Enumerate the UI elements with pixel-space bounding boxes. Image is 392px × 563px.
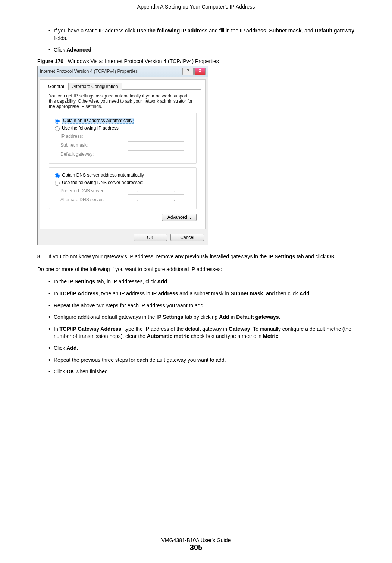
bottom-bullet-list: In the IP Settings tab, in IP addresses,… [37, 278, 366, 375]
radio-input-ip-manual[interactable] [55, 126, 60, 131]
tab-alternate[interactable]: Alternate Configuration [68, 83, 122, 90]
page-number: 305 [0, 543, 392, 552]
dialog-titlebar: Internet Protocol Version 4 (TCP/IPv4) P… [38, 66, 208, 77]
ok-button[interactable]: OK [134, 234, 167, 241]
page-header: Appendix A Setting up Your Computer's IP… [22, 4, 370, 12]
field-default-gateway: Default gateway: ... [53, 150, 192, 158]
label-subnet-mask: Subnet mask: [60, 143, 128, 148]
input-preferred-dns[interactable]: ... [128, 187, 184, 195]
input-subnet-mask[interactable]: ... [128, 141, 184, 149]
step-8-number: 8 [37, 253, 48, 260]
field-subnet-mask: Subnet mask: ... [53, 141, 192, 149]
advanced-row: Advanced... [49, 214, 197, 221]
input-alternate-dns[interactable]: ... [128, 196, 184, 203]
footer-guide: VMG4381-B10A User's Guide [0, 537, 392, 543]
ip-group: Obtain an IP address automatically Use t… [49, 113, 197, 164]
top-bullet-list: If you have a static IP address click Us… [37, 27, 366, 54]
dialog-body: General Alternate Configuration You can … [40, 79, 206, 229]
label-ip-address: IP address: [60, 134, 128, 139]
list-item: Click OK when finished. [48, 368, 366, 376]
dns-group: Obtain DNS server address automatically … [49, 167, 197, 209]
field-preferred-dns: Preferred DNS server: ... [53, 187, 192, 195]
figure-caption: Figure 170 Windows Vista: Internet Proto… [37, 58, 366, 64]
label-alternate-dns: Alternate DNS server: [60, 197, 128, 202]
figure-label: Figure 170 [37, 58, 63, 64]
radio-input-ip-auto[interactable] [55, 119, 60, 124]
radio-label-dns-manual: Use the following DNS server addresses: [62, 180, 144, 185]
tab-general[interactable]: General [44, 83, 68, 90]
content-area: If you have a static IP address click Us… [22, 27, 370, 376]
label-preferred-dns: Preferred DNS server: [60, 188, 128, 193]
figure-title: Windows Vista: Internet Protocol Version… [68, 58, 219, 64]
radio-label-ip-auto: Obtain an IP address automatically [62, 118, 134, 124]
input-default-gateway[interactable]: ... [128, 150, 184, 158]
list-item: In the IP Settings tab, in IP addresses,… [48, 278, 366, 286]
list-item: In TCP/IP Address, type an IP address in… [48, 290, 366, 298]
radio-label-dns-auto: Obtain DNS server address automatically [62, 172, 144, 178]
list-item: Click Add. [48, 345, 366, 352]
tcpip-dialog: Internet Protocol Version 4 (TCP/IPv4) P… [37, 66, 208, 245]
intertext: Do one or more of the following if you w… [37, 265, 366, 273]
radio-obtain-ip-auto[interactable]: Obtain an IP address automatically [53, 118, 192, 124]
field-ip-address: IP address: ... [53, 133, 192, 140]
list-item: In TCP/IP Gateway Address, type the IP a… [48, 326, 366, 340]
radio-use-following-dns[interactable]: Use the following DNS server addresses: [53, 180, 192, 186]
step-8: 8 If you do not know your gateway's IP a… [37, 253, 366, 260]
cancel-button[interactable]: Cancel [170, 234, 204, 241]
dialog-tabs: General Alternate Configuration [44, 83, 201, 90]
list-item: Click Advanced. [48, 46, 366, 54]
input-ip-address[interactable]: ... [128, 133, 184, 140]
list-item: Configure additional default gateways in… [48, 314, 366, 321]
list-item: If you have a static IP address click Us… [48, 27, 366, 42]
radio-input-dns-auto[interactable] [55, 173, 60, 178]
page: Appendix A Setting up Your Computer's IP… [0, 0, 392, 563]
list-item: Repeat the previous three steps for each… [48, 357, 366, 364]
field-alternate-dns: Alternate DNS server: ... [53, 196, 192, 203]
tab-panel-general: You can get IP settings assigned automat… [44, 89, 201, 225]
dialog-title: Internet Protocol Version 4 (TCP/IPv4) P… [40, 69, 138, 74]
radio-obtain-dns-auto[interactable]: Obtain DNS server address automatically [53, 172, 192, 178]
label-default-gateway: Default gateway: [60, 152, 128, 157]
page-footer: VMG4381-B10A User's Guide 305 [0, 535, 392, 552]
footer-rule [22, 535, 370, 535]
radio-input-dns-manual[interactable] [55, 181, 60, 186]
close-icon[interactable]: X [194, 68, 206, 75]
help-icon[interactable]: ? [182, 68, 194, 75]
dialog-footer: OK Cancel [38, 231, 208, 245]
radio-label-ip-manual: Use the following IP address: [62, 125, 120, 131]
radio-use-following-ip[interactable]: Use the following IP address: [53, 125, 192, 131]
titlebar-buttons: ? X [182, 68, 206, 75]
advanced-button[interactable]: Advanced... [162, 214, 197, 221]
list-item: Repeat the above two steps for each IP a… [48, 302, 366, 310]
dialog-description: You can get IP settings assigned automat… [49, 93, 197, 109]
step-8-text: If you do not know your gateway's IP add… [48, 253, 336, 260]
